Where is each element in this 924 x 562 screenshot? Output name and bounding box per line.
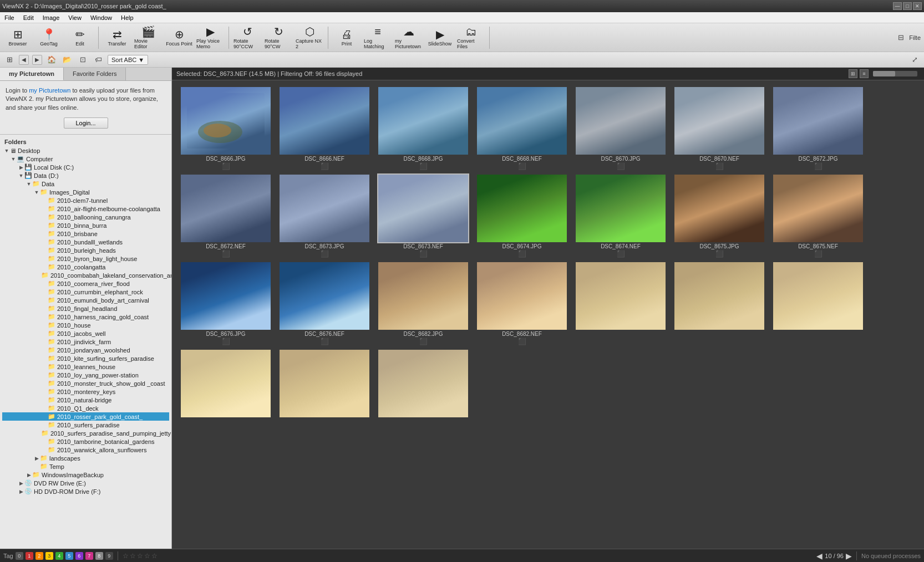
menu-view[interactable]: View bbox=[66, 14, 84, 22]
tab-favorite-folders[interactable]: Favorite Folders bbox=[64, 68, 126, 80]
tree-item-monster[interactable]: 📁2010_monster_truck_show_gold _coast bbox=[2, 379, 169, 387]
tag-5[interactable]: 5 bbox=[65, 552, 73, 560]
menu-image[interactable]: Image bbox=[40, 14, 62, 22]
minimize-btn[interactable]: — bbox=[893, 2, 902, 10]
tree-item-byron[interactable]: 📁2010_byron_bay_light_house bbox=[2, 254, 169, 263]
tree-item-leannes[interactable]: 📁2010_leannes_house bbox=[2, 362, 169, 371]
folder-nav-btn[interactable]: 📂 bbox=[61, 54, 73, 66]
star-5[interactable]: ☆ bbox=[151, 552, 158, 560]
star-3[interactable]: ☆ bbox=[137, 552, 143, 560]
login-button[interactable]: Login... bbox=[64, 117, 108, 129]
thumb-row4-3[interactable] bbox=[771, 262, 865, 345]
log-matching-btn[interactable]: ≡ Log Matching bbox=[363, 25, 392, 50]
expand-btn[interactable]: ⤢ bbox=[908, 54, 921, 66]
tree-item-coolangatta[interactable]: 📁2010_coolangatta bbox=[2, 263, 169, 271]
tag-9[interactable]: 9 bbox=[105, 552, 113, 560]
tree-item-landscapes[interactable]: ▶📁landscapes bbox=[2, 454, 169, 462]
tree-item-computer[interactable]: ▼ 💻 Computer bbox=[2, 155, 169, 163]
tree-item-loyyang[interactable]: 📁2010_loy_yang_power-station bbox=[2, 371, 169, 379]
tree-item-hddvd[interactable]: ▶💿HD DVD-ROM Drive (F:) bbox=[2, 487, 169, 495]
geotag-btn[interactable]: 📍 GeoTag bbox=[34, 25, 63, 50]
tab-my-picturetown[interactable]: my Picturetown bbox=[0, 68, 64, 80]
tag-3[interactable]: 3 bbox=[45, 552, 53, 560]
tree-item-eumundi[interactable]: 📁2010_eumundi_body_art_carnival bbox=[2, 296, 169, 304]
star-2[interactable]: ☆ bbox=[130, 552, 136, 560]
star-1[interactable]: ☆ bbox=[123, 552, 129, 560]
tree-item-localc[interactable]: ▶ 💾 Local Disk (C:) bbox=[2, 163, 169, 171]
play-voice-memo-btn[interactable]: ▶ Play Voice Memo bbox=[196, 25, 225, 50]
tag-4[interactable]: 4 bbox=[55, 552, 63, 560]
slideshow-btn[interactable]: ▶ SlideShow bbox=[425, 25, 454, 50]
thumb-8668nef[interactable]: DSC_8668.NEF ⬛ bbox=[475, 87, 569, 170]
menu-file[interactable]: File bbox=[2, 14, 17, 22]
tree-item-surfers[interactable]: 📁2010_surfers_paradise bbox=[2, 421, 169, 429]
tag-1[interactable]: 1 bbox=[26, 552, 33, 560]
print-btn[interactable]: 🖨 Print bbox=[332, 25, 361, 50]
grid-view-btn[interactable]: ⊞ bbox=[3, 54, 16, 66]
focus-point-btn[interactable]: ⊕ Focus Point bbox=[165, 25, 194, 50]
tree-item-coomera[interactable]: 📁2010_coomera_river_flood bbox=[2, 279, 169, 288]
rotate-ccw-btn[interactable]: ↺ Rotate 90°CCW bbox=[233, 25, 262, 50]
filter-btn[interactable]: ⊟ bbox=[895, 32, 907, 44]
thumb-8674nef[interactable]: DSC_8674.NEF ⬛ bbox=[573, 175, 668, 258]
menu-help[interactable]: Help bbox=[119, 14, 136, 22]
tree-item-dvdrw[interactable]: ▶💿DVD RW Drive (E:) bbox=[2, 479, 169, 487]
tree-item-brisbane[interactable]: 📁2010_brisbane bbox=[2, 229, 169, 238]
thumb-row4-6[interactable] bbox=[376, 350, 470, 418]
tree-item-currumbin[interactable]: 📁2010_currumbin_elephant_rock bbox=[2, 288, 169, 296]
thumb-8676nef[interactable]: DSC_8676.NEF ⬛ bbox=[277, 262, 372, 345]
zoom-slider[interactable] bbox=[873, 71, 917, 76]
tree-item-naturalbridge[interactable]: 📁2010_natural-bridge bbox=[2, 396, 169, 404]
thumb-row4-1[interactable] bbox=[573, 262, 668, 345]
tree-item-kite[interactable]: 📁2010_kite_surfing_surfers_paradise bbox=[2, 354, 169, 362]
tree-item-coombabah[interactable]: 📁2010_coombabah_lakeland_conservation_ar… bbox=[2, 271, 169, 279]
convert-files-btn[interactable]: 🗂 Convert Files bbox=[456, 25, 485, 50]
menu-window[interactable]: Window bbox=[88, 14, 114, 22]
thumb-8676jpg[interactable]: DSC_8676.JPG ⬛ bbox=[179, 262, 273, 345]
thumb-8673jpg[interactable]: DSC_8673.JPG ⬛ bbox=[277, 175, 372, 258]
tree-item-bundall[interactable]: 📁2010_bundalll_wetlands bbox=[2, 238, 169, 246]
tree-item-rosser[interactable]: 📁2010_rosser_park_gold_coast_ bbox=[2, 412, 169, 421]
thumb-8682jpg[interactable]: DSC_8682.JPG ⬛ bbox=[376, 262, 470, 345]
movie-editor-btn[interactable]: 🎬 Movie Editor bbox=[134, 25, 163, 50]
thumb-8670nef[interactable]: DSC_8670.NEF ⬛ bbox=[672, 87, 766, 170]
home-btn[interactable]: 🏠 bbox=[45, 54, 58, 66]
tag-6[interactable]: 6 bbox=[75, 552, 83, 560]
my-picturetown-btn[interactable]: ☁ my Picturetown bbox=[394, 25, 423, 50]
label-btn[interactable]: 🏷 bbox=[92, 54, 104, 66]
thumb-row4-2[interactable] bbox=[672, 262, 766, 345]
nav-back-btn[interactable]: ◀ bbox=[19, 55, 29, 65]
tree-item-fingal[interactable]: 📁2010_fingal_headland bbox=[2, 304, 169, 313]
capture-nx2-btn[interactable]: ⬡ Capture NX 2 bbox=[295, 25, 324, 50]
tree-item-q1deck[interactable]: 📁2010_Q1_deck bbox=[2, 404, 169, 412]
tree-item-clem7[interactable]: 📁2010-clem7-tunnel bbox=[2, 196, 169, 205]
star-4[interactable]: ☆ bbox=[144, 552, 150, 560]
edit-btn[interactable]: ✏ Edit bbox=[65, 25, 94, 50]
tree-item-harness[interactable]: 📁2010_harness_racing_gold_coast bbox=[2, 313, 169, 321]
tree-item-monterey[interactable]: 📁2010_monterey_keys bbox=[2, 387, 169, 396]
thumb-8682nef[interactable]: DSC_8682.NEF ⬛ bbox=[475, 262, 569, 345]
tree-item-ballooning[interactable]: 📁2010_ballooning_canungra bbox=[2, 213, 169, 221]
tree-item-tamborine[interactable]: 📁2010_tamborine_botanical_gardens bbox=[2, 437, 169, 446]
thumb-8675jpg[interactable]: DSC_8675.JPG ⬛ bbox=[672, 175, 766, 258]
thumb-8673nef[interactable]: DSC_8673.NEF ⬛ bbox=[376, 175, 470, 258]
grid-type-btn[interactable]: ⊡ bbox=[77, 54, 89, 66]
tree-item-temp[interactable]: 📁Temp bbox=[2, 462, 169, 471]
nav-prev-btn[interactable]: ◀ bbox=[816, 551, 823, 560]
thumb-8675nef[interactable]: DSC_8675.NEF ⬛ bbox=[771, 175, 865, 258]
tree-item-windowsbackup[interactable]: ▶📁WindowsImageBackup bbox=[2, 471, 169, 479]
nav-next-btn[interactable]: ▶ bbox=[846, 551, 852, 560]
thumb-row4-4[interactable] bbox=[179, 350, 273, 418]
transfer-btn[interactable]: ⇄ Transfer bbox=[103, 25, 131, 50]
thumb-8666nef[interactable]: DSC_8666.NEF ⬛ bbox=[277, 87, 372, 170]
close-btn[interactable]: ✕ bbox=[913, 2, 922, 10]
tree-item-jacobs[interactable]: 📁2010_jacobs_well bbox=[2, 329, 169, 338]
view-list-btn[interactable]: ≡ bbox=[860, 69, 869, 78]
maximize-btn[interactable]: □ bbox=[903, 2, 912, 10]
tag-0[interactable]: 0 bbox=[16, 552, 23, 560]
tree-item-airflight[interactable]: 📁2010_air-flight-melbourne-coolangatta bbox=[2, 205, 169, 213]
tree-item-surfers-sand[interactable]: 📁2010_surfers_paradise_sand_pumping_jett… bbox=[2, 429, 169, 437]
tree-item-desktop[interactable]: ▼ 🖥 Desktop bbox=[2, 147, 169, 155]
thumb-8672nef[interactable]: DSC_8672.NEF ⬛ bbox=[179, 175, 273, 258]
tree-item-datad[interactable]: ▼ 💾 Data (D:) bbox=[2, 171, 169, 180]
